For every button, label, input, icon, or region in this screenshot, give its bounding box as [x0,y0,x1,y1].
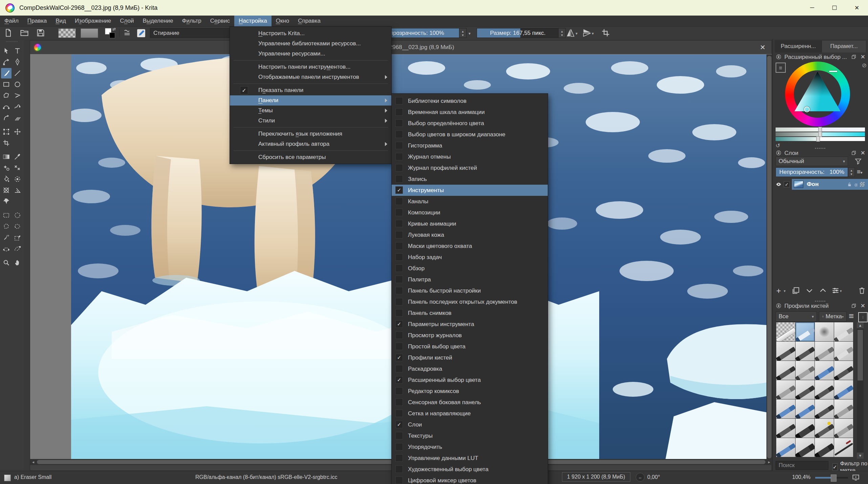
tool-select-shapes-icon[interactable] [1,46,12,56]
close-docker-icon[interactable]: ✕ [861,53,865,61]
tool-zoom-icon[interactable] [1,257,12,268]
tool-pan-icon[interactable] [12,257,23,268]
tool-color-sampler-icon[interactable] [12,152,23,162]
tool-select-magic-icon[interactable] [1,232,12,243]
toolbox-drag-handle[interactable] [6,41,18,45]
brush-preset-marker-dark[interactable] [796,438,815,457]
docker-toggle-Панель снимков[interactable]: Панель снимков [392,307,548,319]
layer-filter-icon[interactable] [854,157,862,165]
tag-button[interactable]: Метка▾ [819,312,847,322]
presets-scroll-down-icon[interactable]: ▼ [857,453,864,459]
mirror-vertical-icon[interactable] [566,28,575,38]
docker-toggle-Управление данными LUT[interactable]: Управление данными LUT [392,453,548,464]
tool-bezier-curve-icon[interactable] [1,101,12,112]
open-document-icon[interactable] [20,28,29,38]
docker-toggle-Обзор[interactable]: Обзор [392,263,548,274]
brush-preset-marker-blue[interactable] [834,380,853,399]
layer-thumbnail[interactable] [794,181,803,188]
foreground-background-colors[interactable]: ⇄ [105,28,115,38]
float-docker-icon[interactable] [851,150,856,156]
presets-scroll-up-icon[interactable]: ▲ [857,322,864,328]
tool-reference-images-icon[interactable] [1,185,12,195]
layer-row[interactable]: ✓ Фон α [773,179,868,190]
brush-preset-pen-dark[interactable] [796,380,815,399]
swap-colors-icon[interactable]: ⇄ [112,27,116,31]
docker-toggle-Композиции[interactable]: Композиции [392,207,548,218]
tool-freehand-path-icon[interactable] [12,101,23,112]
brush-preset-chooser-icon[interactable] [136,28,146,38]
menubar-item-Правка[interactable]: Правка [23,16,51,26]
docker-toggle-Упорядочить[interactable]: Упорядочить [392,441,548,453]
maximize-button[interactable]: ☐ [823,0,846,16]
docker-toggle-Каналы[interactable]: Каналы [392,196,548,207]
pattern-chooser[interactable] [58,28,76,38]
brush-preset-soft-round[interactable] [815,322,834,341]
layer-options-icon[interactable]: ≡▾ [857,168,863,176]
layer-alpha-icon[interactable]: α [854,182,858,187]
preset-filter-select[interactable]: Все▾ [776,312,817,322]
tool-ellipse-icon[interactable] [12,79,23,90]
menu-item-Стили[interactable]: Стили [230,116,391,126]
brush-preset-pen-dark[interactable] [776,361,795,380]
docker-toggle-Временная шкала анимации[interactable]: Временная шкала анимации [392,107,548,118]
docker-toggle-Луковая кожа[interactable]: Луковая кожа [392,229,548,240]
menu-item-Показать панели[interactable]: ✓Показать панели [230,85,391,95]
brush-preset-pen-silver[interactable] [834,322,853,341]
menu-item-Настроить панели инструментов...[interactable]: Настроить панели инструментов... [230,62,391,72]
docker-toggle-Палитра[interactable]: Палитра [392,274,548,285]
size-spinner[interactable]: ▴▾ [558,28,566,38]
layer-visible-icon[interactable] [776,181,782,187]
float-docker-icon[interactable] [851,303,856,308]
docker-toggle-Инструменты[interactable]: ✓Инструменты [392,185,548,196]
tool-select-ellipse-icon[interactable] [12,210,23,221]
color-slider-1[interactable] [776,128,865,132]
subwindow-close-icon[interactable]: ✕ [758,43,767,52]
tool-transform-icon[interactable] [1,126,12,137]
mirror-horizontal-icon[interactable] [582,28,592,38]
docker-toggle-Текстуры[interactable]: Текстуры [392,430,548,441]
menubar-item-Вид[interactable]: Вид [51,16,70,26]
tool-select-freehand-icon[interactable] [12,221,23,232]
docker-toggle-Параметры инструмента[interactable]: ✓Параметры инструмента [392,319,548,330]
menu-item-Настроить Krita...[interactable]: Настроить Krita... [230,28,391,39]
menubar-item-Слой[interactable]: Слой [115,16,138,26]
opacity-dropdown-icon[interactable]: ▾ [469,31,471,36]
properties-dropdown-icon[interactable]: ▾ [840,289,849,298]
tool-enclose-fill-icon[interactable] [12,174,23,184]
brush-preset-marker-blue[interactable] [776,438,795,457]
tool-crop-icon[interactable] [1,138,12,148]
docker-toggle-Профили кистей[interactable]: ✓Профили кистей [392,352,548,363]
color-slider-2[interactable] [776,132,865,136]
layer-opacity-slider[interactable]: Непрозрачность: 100% [776,167,848,177]
fit-to-screen-icon[interactable] [851,473,860,482]
move-layer-up-icon[interactable] [819,286,827,295]
tool-select-bezier-icon[interactable] [1,244,12,254]
tool-calligraphy-icon[interactable] [12,57,23,67]
mirror-horizontal-dropdown-icon[interactable]: ▾ [592,31,594,36]
docker-toggle-Запись[interactable]: Запись [392,174,548,185]
brush-preset-pen-gray[interactable] [815,342,834,361]
layer-unlocked-icon[interactable] [847,182,852,187]
docker-toggle-Сетка и направляющие[interactable]: Сетка и направляющие [392,408,548,419]
brush-preset-brush-fine[interactable] [834,438,853,457]
current-brush-icon[interactable] [4,475,11,481]
docker-toggle-Маски цветового охвата[interactable]: Маски цветового охвата [392,240,548,252]
duplicate-layer-icon[interactable] [791,286,800,295]
tool-select-similar-icon[interactable] [12,232,23,243]
brush-preset-pen-gray[interactable] [834,419,853,438]
tab-advanced-color[interactable]: Расширенн... [775,40,822,52]
brush-preset-pen-dark[interactable] [834,361,853,380]
brush-preset-marker-dark[interactable] [815,438,834,457]
docker-toggle-Редактор комиксов[interactable]: Редактор комиксов [392,386,548,397]
opacity-spinner[interactable]: ▴▾ [459,28,466,38]
menubar-item-Настройка[interactable]: Настройка [234,16,272,26]
brush-preset-marker-yellow[interactable] [815,419,834,438]
close-docker-icon[interactable]: ✕ [861,302,865,309]
brush-preset-pen-gray[interactable] [834,399,853,418]
gradient-chooser[interactable] [81,28,98,38]
docker-toggle-Выбор цветов в широком диапазоне[interactable]: Выбор цветов в широком диапазоне [392,129,548,140]
docker-toggle-Гистограмма[interactable]: Гистограмма [392,140,548,151]
menu-item-Управление ресурсами...[interactable]: Управление ресурсами... [230,49,391,59]
presets-scrollbar[interactable]: ▲ ▼ [857,322,864,459]
filter-by-tag-checkbox[interactable]: ✓ [832,463,838,471]
